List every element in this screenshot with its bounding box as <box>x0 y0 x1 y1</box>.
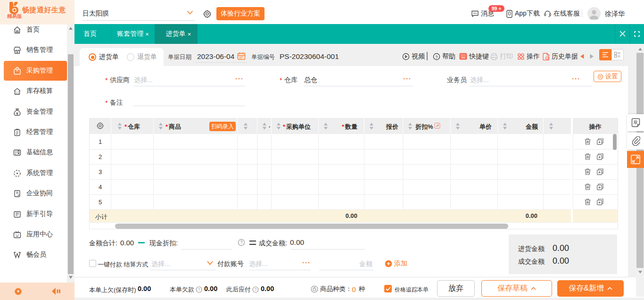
svg-text:?: ? <box>198 287 200 292</box>
svg-text:?: ? <box>435 54 438 59</box>
svg-text:?: ? <box>255 287 257 292</box>
svg-text:?: ? <box>240 240 243 245</box>
svg-text:草: 草 <box>633 120 638 125</box>
